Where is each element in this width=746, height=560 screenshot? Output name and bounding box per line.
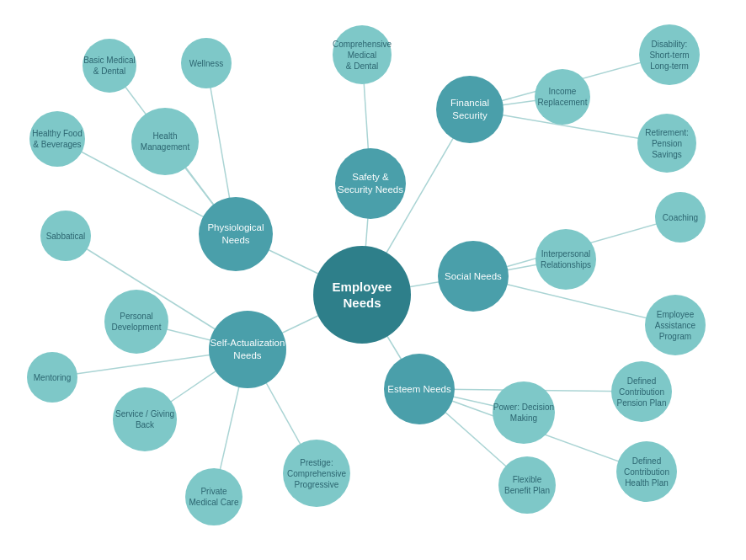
node-healthy-food[interactable]: Healthy Food& Beverages (29, 111, 85, 167)
node-service-giving[interactable]: Service / GivingBack (113, 387, 177, 451)
node-physiological[interactable]: PhysiologicalNeeds (199, 197, 273, 271)
node-defined-pension[interactable]: DefinedContributionPension Plan (611, 361, 672, 422)
mind-map-canvas: EmployeeNeedsPhysiologicalNeedsSafety &S… (0, 0, 746, 560)
node-coaching[interactable]: Coaching (655, 192, 706, 243)
node-defined-health[interactable]: DefinedContributionHealth Plan (616, 441, 677, 502)
node-flexible-benefit[interactable]: FlexibleBenefit Plan (498, 456, 556, 514)
node-self-act[interactable]: Self-ActualizationNeeds (209, 311, 286, 388)
node-personal-dev[interactable]: PersonalDevelopment (104, 290, 168, 354)
node-income-rep[interactable]: IncomeReplacement (535, 69, 590, 125)
node-mentoring[interactable]: Mentoring (27, 352, 77, 403)
node-sabbatical[interactable]: Sabbatical (40, 211, 91, 261)
node-social[interactable]: Social Needs (438, 241, 509, 312)
node-private-medical[interactable]: PrivateMedical Care (185, 468, 242, 525)
node-interpersonal[interactable]: InterpersonalRelationships (536, 229, 596, 290)
node-safety[interactable]: Safety &Security Needs (335, 148, 406, 219)
node-basic-medical[interactable]: Basic Medical& Dental (83, 39, 136, 93)
node-wellness[interactable]: Wellness (181, 38, 232, 88)
node-power-decision[interactable]: Power: DecisionMaking (493, 381, 555, 444)
node-disability[interactable]: Disability:Short-termLong-term (639, 24, 700, 85)
node-health-mgmt[interactable]: HealthManagement (131, 108, 199, 175)
node-employee-needs[interactable]: EmployeeNeeds (313, 246, 411, 344)
node-retirement[interactable]: Retirement:PensionSavings (637, 114, 696, 173)
node-esteem[interactable]: Esteem Needs (384, 354, 455, 424)
node-financial[interactable]: FinancialSecurity (436, 76, 504, 143)
node-prestige[interactable]: Prestige:ComprehensiveProgressive (283, 440, 350, 507)
node-employee-assist[interactable]: EmployeeAssistanceProgram (645, 295, 706, 355)
node-comp-medical[interactable]: ComprehensiveMedical& Dental (333, 25, 392, 84)
